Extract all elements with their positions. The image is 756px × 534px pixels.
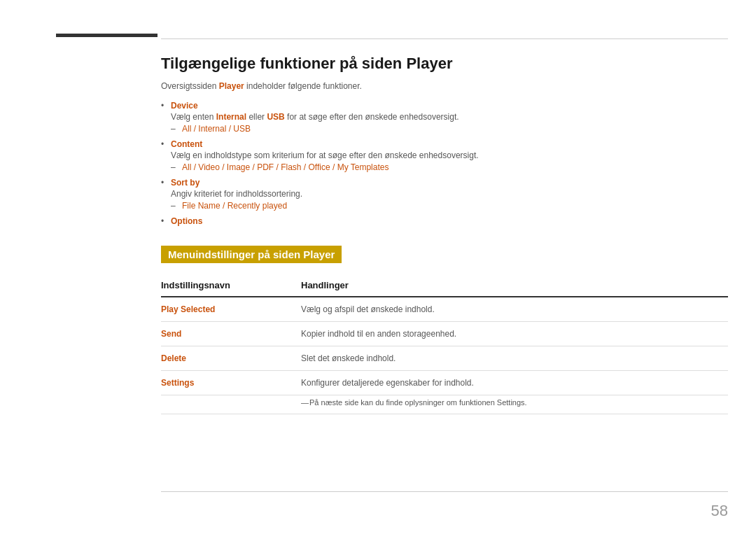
table-row-settings-note: På næste side kan du finde oplysninger o… — [161, 395, 728, 414]
top-bar — [161, 38, 728, 39]
note-highlight: Settings — [497, 398, 525, 407]
device-sub-text: All / Internal / USB — [182, 124, 251, 134]
section2-heading: Menuindstillinger på siden Player — [161, 246, 342, 263]
bullet-content: Content Vælg en indholdstype som kriteri… — [161, 139, 728, 172]
page-number: 58 — [711, 502, 728, 520]
bullet-list: Device Vælg enten Internal eller USB for… — [161, 101, 728, 226]
row-desc-send: Kopier indhold til en anden storageenhed… — [301, 322, 728, 346]
bullet-sortby-title: Sort by — [171, 178, 200, 188]
note-empty-cell — [161, 395, 301, 414]
bold-usb: USB — [267, 112, 284, 122]
page-container: Tilgængelige funktioner på siden Player … — [0, 0, 756, 534]
bullet-options: Options — [161, 216, 728, 226]
bullet-content-title: Content — [171, 139, 202, 149]
section1-title: Tilgængelige funktioner på siden Player — [161, 55, 728, 73]
row-desc-delete: Slet det ønskede indhold. — [301, 346, 728, 371]
row-name-settings: Settings — [161, 371, 301, 395]
content-sub-text: All / Video / Image / PDF / Flash / Offi… — [182, 162, 388, 172]
table-row-delete: Delete Slet det ønskede indhold. — [161, 346, 728, 371]
settings-table: Indstillingsnavn Handlinger Play Selecte… — [161, 276, 728, 414]
device-sub: All / Internal / USB — [171, 124, 728, 134]
table-row-send: Send Kopier indhold til en anden storage… — [161, 322, 728, 346]
table-row-settings: Settings Konfigurer detaljerede egenskab… — [161, 371, 728, 395]
intro-suffix: indeholder følgende funktioner. — [244, 81, 362, 91]
note-prefix: På næste side kan du finde oplysninger o… — [309, 398, 497, 407]
bullet-options-title: Options — [171, 216, 202, 226]
table-header-row: Indstillingsnavn Handlinger — [161, 276, 728, 297]
bullet-device: Device Vælg enten Internal eller USB for… — [161, 101, 728, 134]
intro-highlight: Player — [219, 81, 244, 91]
row-desc-play-selected: Vælg og afspil det ønskede indhold. — [301, 297, 728, 322]
row-name-play-selected: Play Selected — [161, 297, 301, 322]
row-name-send: Send — [161, 322, 301, 346]
col2-header: Handlinger — [301, 276, 728, 297]
note-cell: På næste side kan du finde oplysninger o… — [301, 395, 728, 414]
row-desc-settings: Konfigurer detaljerede egenskaber for in… — [301, 371, 728, 395]
row-name-delete: Delete — [161, 346, 301, 371]
settings-note: På næste side kan du finde oplysninger o… — [301, 398, 728, 407]
bullet-device-title: Device — [171, 101, 198, 111]
bullet-sortby: Sort by Angiv kriteriet for indholdssort… — [161, 178, 728, 211]
top-bar-accent — [56, 34, 158, 37]
bullet-content-desc: Vælg en indholdstype som kriterium for a… — [171, 150, 728, 160]
col1-header: Indstillingsnavn — [161, 276, 301, 297]
main-content: Tilgængelige funktioner på siden Player … — [161, 49, 728, 506]
bottom-line — [161, 491, 728, 492]
bold-internal: Internal — [216, 112, 246, 122]
content-sub: All / Video / Image / PDF / Flash / Offi… — [171, 162, 728, 172]
sortby-sub: File Name / Recently played — [171, 201, 728, 211]
sortby-sub-text: File Name / Recently played — [182, 201, 287, 211]
intro-prefix: Oversigtssiden — [161, 81, 219, 91]
bullet-sortby-desc: Angiv kriteriet for indholdssortering. — [171, 189, 728, 199]
note-suffix: . — [525, 398, 527, 407]
table-row-play-selected: Play Selected Vælg og afspil det ønskede… — [161, 297, 728, 322]
bullet-device-desc: Vælg enten Internal eller USB for at søg… — [171, 112, 728, 122]
intro-text: Oversigtssiden Player indeholder følgend… — [161, 81, 728, 91]
